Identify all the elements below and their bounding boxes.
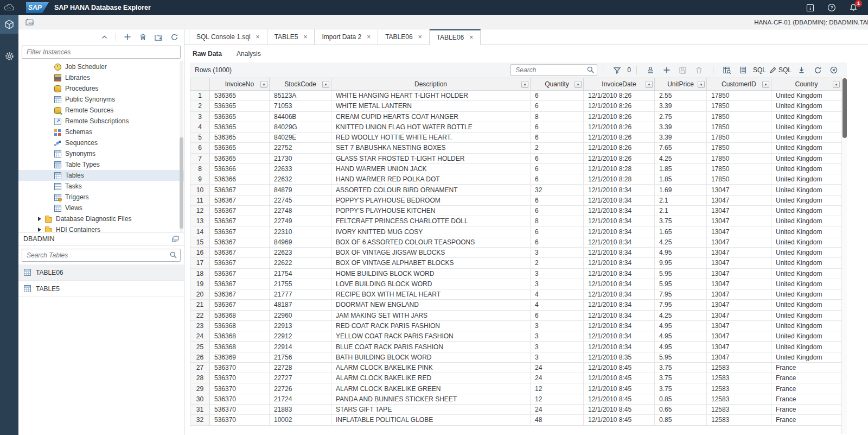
database-explorer-icon[interactable] bbox=[0, 15, 18, 34]
search-icon[interactable] bbox=[586, 66, 595, 74]
data-cell[interactable]: 536365 bbox=[210, 111, 270, 122]
data-cell[interactable]: 24 bbox=[531, 373, 584, 383]
tree-item-tasks[interactable]: Tasks bbox=[18, 181, 184, 192]
data-cell[interactable]: DOORMAT NEW ENGLAND bbox=[331, 300, 531, 310]
data-cell[interactable]: 6 bbox=[531, 226, 584, 237]
close-tab-icon[interactable]: × bbox=[367, 33, 371, 41]
data-cell[interactable]: 536370 bbox=[210, 383, 270, 394]
data-cell[interactable]: 12/1/2010 8:34 bbox=[584, 258, 655, 268]
data-cell[interactable]: 2.55 bbox=[655, 91, 707, 101]
filter-instances-input[interactable] bbox=[22, 46, 181, 59]
delete-row-icon[interactable] bbox=[693, 66, 706, 74]
data-cell[interactable]: France bbox=[771, 394, 842, 404]
data-cell[interactable]: 24 bbox=[531, 404, 584, 414]
data-cell[interactable]: United Kingdom bbox=[771, 268, 842, 279]
data-cell[interactable]: 2.1 bbox=[655, 205, 707, 216]
tree-item-public-synonyms[interactable]: Public Synonyms bbox=[18, 94, 184, 105]
data-cell[interactable]: 21754 bbox=[270, 268, 331, 279]
data-cell[interactable]: 12/1/2010 8:26 bbox=[584, 153, 655, 163]
data-cell[interactable]: 3.75 bbox=[655, 383, 707, 394]
data-cell[interactable]: 536365 bbox=[210, 153, 270, 163]
data-cell[interactable]: 12/1/2010 8:34 bbox=[584, 310, 655, 320]
close-tab-icon[interactable]: × bbox=[303, 33, 307, 41]
data-cell[interactable]: GLASS STAR FROSTED T-LIGHT HOLDER bbox=[331, 153, 531, 163]
data-cell[interactable]: 536370 bbox=[210, 415, 270, 425]
generate-sql-button[interactable]: SQL bbox=[753, 66, 766, 74]
data-cell[interactable]: United Kingdom bbox=[771, 163, 842, 174]
help-icon[interactable]: ? bbox=[827, 3, 837, 12]
data-cell[interactable]: 22752 bbox=[270, 143, 331, 153]
data-cell[interactable]: 13047 bbox=[707, 300, 771, 310]
data-cell[interactable]: 2 bbox=[531, 258, 584, 268]
data-cell[interactable]: United Kingdom bbox=[771, 279, 842, 289]
data-cell[interactable]: 12/1/2010 8:34 bbox=[584, 205, 655, 216]
data-cell[interactable]: ASSORTED COLOUR BIRD ORNAMENT bbox=[331, 185, 531, 195]
refresh-instances-icon[interactable] bbox=[170, 33, 178, 41]
data-cell[interactable]: 13047 bbox=[707, 205, 771, 216]
table-list-item-table5[interactable]: TABLE5 bbox=[18, 281, 184, 297]
data-cell[interactable]: 5.95 bbox=[655, 268, 707, 279]
data-cell[interactable]: 8 bbox=[531, 216, 584, 226]
cloud-dev-icon[interactable]: </> bbox=[0, 0, 18, 15]
data-cell[interactable]: ALARM CLOCK BAKELIKE GREEN bbox=[331, 383, 531, 394]
data-cell[interactable]: 12/1/2010 8:35 bbox=[584, 352, 655, 362]
data-cell[interactable]: 12/1/2010 8:34 bbox=[584, 268, 655, 279]
column-filter-icon[interactable]: ▾ bbox=[322, 81, 329, 88]
data-cell[interactable]: 4 bbox=[531, 289, 584, 300]
data-cell[interactable]: 12/1/2010 8:45 bbox=[584, 394, 655, 404]
data-cell[interactable]: 536367 bbox=[210, 237, 270, 247]
data-cell[interactable]: HAND WARMER UNION JACK bbox=[331, 163, 531, 174]
tree-item-sequences[interactable]: Sequences bbox=[18, 137, 184, 148]
data-cell[interactable]: 21777 bbox=[270, 289, 331, 300]
data-cell[interactable]: 12583 bbox=[707, 404, 771, 414]
data-cell[interactable]: LOVE BUILDING BLOCK WORD bbox=[331, 279, 531, 289]
close-tab-icon[interactable]: × bbox=[418, 33, 422, 41]
data-cell[interactable]: 536368 bbox=[210, 331, 270, 342]
tree-item-procedures[interactable]: Procedures bbox=[18, 83, 184, 94]
data-cell[interactable]: 6 bbox=[531, 122, 584, 132]
data-cell[interactable]: 12/1/2010 8:34 bbox=[584, 216, 655, 226]
data-cell[interactable]: WHITE HANGING HEART T-LIGHT HOLDER bbox=[331, 91, 531, 101]
data-cell[interactable]: 22728 bbox=[270, 362, 331, 373]
save-icon[interactable] bbox=[676, 66, 690, 74]
data-cell[interactable]: 3 bbox=[531, 279, 584, 289]
data-cell[interactable]: IVORY KNITTED MUG COSY bbox=[331, 226, 531, 237]
data-cell[interactable]: United Kingdom bbox=[771, 247, 842, 257]
data-cell[interactable]: 22727 bbox=[270, 373, 331, 383]
data-cell[interactable]: 12/1/2010 8:34 bbox=[584, 247, 655, 257]
data-cell[interactable]: 536370 bbox=[210, 362, 270, 373]
data-cell[interactable]: 3 bbox=[531, 331, 584, 342]
add-instance-icon[interactable] bbox=[123, 33, 132, 41]
data-cell[interactable]: United Kingdom bbox=[771, 91, 842, 101]
data-cell[interactable]: 21730 bbox=[270, 153, 331, 163]
tab-sql-console-1-sql[interactable]: SQL Console 1.sql × bbox=[189, 29, 267, 45]
settings-gear-icon[interactable] bbox=[0, 47, 18, 65]
data-cell[interactable]: BOX OF VINTAGE JIGSAW BLOCKS bbox=[331, 247, 531, 257]
data-cell[interactable]: United Kingdom bbox=[771, 143, 842, 153]
data-cell[interactable]: 13047 bbox=[707, 268, 771, 279]
data-cell[interactable]: 12/1/2010 8:45 bbox=[584, 373, 655, 383]
close-tab-icon[interactable]: × bbox=[469, 34, 473, 41]
data-cell[interactable]: 84406B bbox=[270, 111, 331, 122]
data-cell[interactable]: United Kingdom bbox=[771, 216, 842, 226]
data-cell[interactable]: 536367 bbox=[210, 268, 270, 279]
data-cell[interactable]: 12/1/2010 8:45 bbox=[584, 415, 655, 425]
data-cell[interactable]: 22749 bbox=[270, 216, 331, 226]
data-cell[interactable]: KNITTED UNION FLAG HOT WATER BOTTLE bbox=[331, 122, 531, 132]
column-header-stockcode[interactable]: StockCode▾ bbox=[270, 78, 331, 91]
data-cell[interactable]: 17850 bbox=[707, 143, 771, 153]
data-cell[interactable]: 4.25 bbox=[655, 237, 707, 247]
data-cell[interactable]: 12/1/2010 8:45 bbox=[584, 362, 655, 373]
data-cell[interactable]: United Kingdom bbox=[771, 320, 842, 331]
data-cell[interactable]: YELLOW COAT RACK PARIS FASHION bbox=[331, 331, 531, 342]
data-cell[interactable]: 22912 bbox=[270, 331, 331, 342]
data-cell[interactable]: 84029G bbox=[270, 122, 331, 132]
data-cell[interactable]: STARS GIFT TAPE bbox=[331, 404, 531, 414]
stamp-icon[interactable] bbox=[644, 66, 657, 74]
data-cell[interactable]: BLUE COAT RACK PARIS FASHION bbox=[331, 342, 531, 352]
column-filter-icon[interactable]: ▾ bbox=[646, 81, 653, 88]
data-cell[interactable]: France bbox=[771, 415, 842, 425]
data-cell[interactable]: 85123A bbox=[270, 91, 331, 101]
data-cell[interactable]: 3.75 bbox=[655, 373, 707, 383]
cancel-refresh-icon[interactable] bbox=[827, 66, 840, 74]
